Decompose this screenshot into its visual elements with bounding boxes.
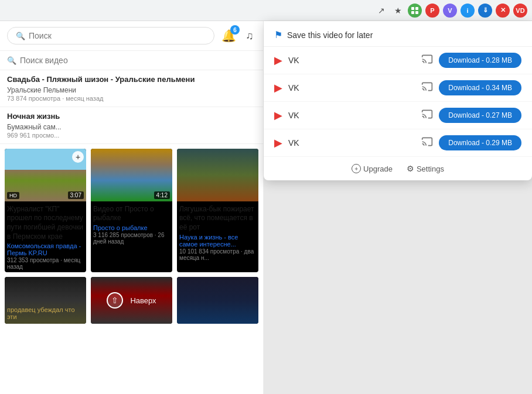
download-popup: ⚑ Save this video for later ▶ VK Downloa… (264, 21, 532, 180)
puzzle-icon[interactable] (408, 4, 422, 18)
svg-rect-2 (411, 11, 414, 14)
naverh-label: Наверх (130, 296, 156, 305)
video-grid: HD 3:07 + Журналист "КП" прошел по после… (0, 144, 263, 277)
vk-label-1: VK (288, 83, 415, 92)
cast-icon-0[interactable] (421, 53, 433, 68)
vk-play-icon-0: ▶ (274, 54, 282, 67)
upgrade-label: Upgrade (363, 165, 393, 173)
hd-badge-0: HD (7, 192, 19, 199)
video-title-2: Лягушка-бык пожирает всё, что помещается… (179, 205, 256, 232)
video-channel-2[interactable]: Наука и жизнь - все самое интересне... (179, 234, 256, 248)
recent-video-channel: Уральские Пельмени (7, 86, 256, 94)
recent-video-meta: 73 874 просмотра · месяц назад (7, 95, 256, 102)
video-thumb-1: 4:12 (91, 149, 172, 201)
svg-rect-3 (415, 11, 418, 14)
recent-video-2-channel: Бумажный сам... (7, 123, 62, 131)
share-icon[interactable]: ↗ (375, 4, 388, 17)
download-button-1[interactable]: Download - 0.34 MB (439, 80, 521, 95)
upgrade-circle-icon: + (352, 164, 361, 173)
video-card-bottom-1[interactable]: ⇧ Наверх (91, 277, 172, 324)
right-panel: ⚑ Save this video for later ▶ VK Downloa… (264, 21, 532, 394)
gear-icon: ⚙ (407, 164, 414, 173)
search-bar: 🔍 🔔 6 ♫ (0, 21, 263, 51)
video-thumb-2 (177, 149, 258, 201)
video-card-0[interactable]: HD 3:07 + Журналист "КП" прошел по после… (5, 149, 86, 272)
video-stats-1: 3 116 285 просмотров · 26 дней назад (93, 232, 170, 245)
settings-label: Settings (417, 165, 444, 173)
user-circle-icon[interactable]: P (425, 4, 439, 18)
video-thumb-bottom-0: продавец убеждал что эти (5, 277, 86, 324)
add-button-0[interactable]: + (72, 151, 84, 163)
video-search-input[interactable] (20, 56, 122, 65)
svg-rect-0 (411, 7, 414, 10)
vk-label-2: VK (288, 111, 415, 120)
download-item-1: ▶ VK Download - 0.34 MB (264, 74, 532, 102)
search-wrapper[interactable]: 🔍 (7, 27, 214, 44)
download-item-2: ▶ VK Download - 0.27 MB (264, 102, 532, 129)
video-info-2: Лягушка-бык пожирает всё, что помещается… (177, 201, 258, 263)
download-button-2[interactable]: Download - 0.27 MB (439, 108, 521, 123)
download-button-3[interactable]: Download - 0.29 MB (439, 135, 521, 150)
browser-toolbar: ↗ ★ P V i ⇓ ✕ VD (0, 0, 532, 21)
video-stats-2: 10 101 834 просмотра · два месяца н... (179, 248, 256, 261)
left-panel: 🔍 🔔 6 ♫ 🔍 Свадьба - Пляжный шизон - Урал… (0, 21, 264, 394)
music-icon[interactable]: ♫ (243, 29, 256, 42)
cast-icon-3[interactable] (421, 136, 433, 150)
search-icon: 🔍 (16, 32, 25, 40)
video-search-bar[interactable]: 🔍 (0, 51, 263, 70)
popup-footer: + Upgrade ⚙ Settings (264, 157, 532, 180)
video-title-1: Видео от Просто о рыбалке (93, 205, 170, 223)
video-stats-0: 312 353 просмотра · месяц назад (7, 257, 84, 270)
download-ext-icon[interactable]: ⇓ (478, 4, 492, 18)
vk-play-icon-2: ▶ (274, 109, 282, 122)
video-channel-0[interactable]: Комсомольская правда - Пермь KP.RU (7, 242, 84, 256)
bell-icon-wrapper[interactable]: 🔔 6 (221, 29, 236, 43)
overlay-text-0: продавец убеждал что эти (7, 306, 84, 320)
upgrade-link[interactable]: + Upgrade (352, 164, 393, 173)
page-content: 🔍 🔔 6 ♫ 🔍 Свадьба - Пляжный шизон - Урал… (0, 21, 532, 394)
video-card-bottom-2[interactable] (177, 277, 258, 324)
cast-icon-1[interactable] (421, 81, 433, 95)
up-button[interactable]: ⇧ (107, 292, 123, 309)
video-thumb-bottom-2 (177, 277, 258, 324)
video-info-1: Видео от Просто о рыбалке Просто о рыбал… (91, 201, 172, 247)
naverh-wrapper: ⇧ Наверх (107, 292, 156, 309)
recent-video-2-meta: 969 961 просмо... (7, 132, 62, 139)
video-grid-bottom: продавец убеждал что эти ⇧ Наверх (0, 277, 263, 328)
vk-play-icon-3: ▶ (274, 136, 282, 149)
bell-badge: 6 (230, 25, 240, 35)
bookmark-icon: ⚑ (274, 29, 282, 40)
video-thumb-0: HD 3:07 + (5, 149, 86, 201)
cast-icon-2[interactable] (421, 108, 433, 123)
download-button-0[interactable]: Download - 0.28 MB (439, 53, 521, 68)
recent-video-item-2[interactable]: Ночная жизнь Бумажный сам... 969 961 про… (0, 107, 263, 144)
popup-header: ⚑ Save this video for later (264, 21, 532, 47)
recent-video-title: Свадьба - Пляжный шизон - Уральские пель… (7, 75, 256, 85)
video-card-1[interactable]: 4:12 Видео от Просто о рыбалке Просто о … (91, 149, 172, 272)
video-search-icon: 🔍 (7, 56, 16, 65)
video-duration-0: 3:07 (68, 191, 84, 199)
vk-label-3: VK (288, 138, 415, 148)
video-card-bottom-0[interactable]: продавец убеждал что эти (5, 277, 86, 324)
video-card-2[interactable]: Лягушка-бык пожирает всё, что помещается… (177, 149, 258, 272)
svg-rect-1 (415, 7, 418, 10)
video-info-0: Журналист "КП" прошел по последнему пути… (5, 201, 86, 272)
vk-play-icon-1: ▶ (274, 81, 282, 94)
avatar-icon[interactable]: VD (513, 4, 527, 18)
search-input[interactable] (29, 31, 206, 40)
download-item-3: ▶ VK Download - 0.29 MB (264, 129, 532, 157)
video-duration-1: 4:12 (154, 191, 170, 199)
video-channel-1[interactable]: Просто о рыбалке (93, 224, 170, 231)
addon-icon[interactable]: V (443, 4, 457, 18)
settings-link[interactable]: ⚙ Settings (407, 164, 444, 173)
video-title-0: Журналист "КП" прошел по последнему пути… (7, 205, 84, 241)
star-icon[interactable]: ★ (391, 4, 404, 17)
download-item-0: ▶ VK Download - 0.28 MB (264, 47, 532, 74)
info-icon[interactable]: i (461, 4, 475, 18)
video-thumb-bottom-1: ⇧ Наверх (91, 277, 172, 324)
shield-icon[interactable]: ✕ (496, 4, 510, 18)
recent-video-2-title: Ночная жизнь (7, 112, 62, 122)
vk-label-0: VK (288, 56, 415, 65)
popup-title: Save this video for later (287, 30, 373, 40)
recent-video-item[interactable]: Свадьба - Пляжный шизон - Уральские пель… (0, 70, 263, 107)
